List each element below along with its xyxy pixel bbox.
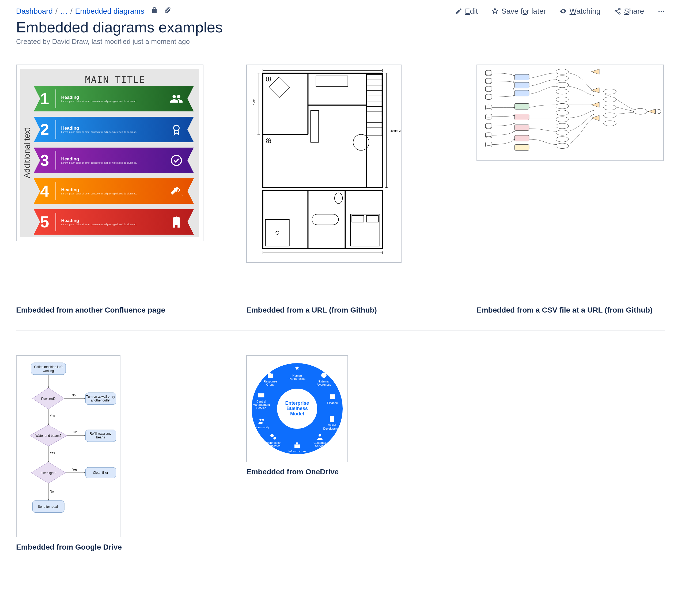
diagram-row: Additional text MAIN TITLE 1 HeadingLore… [16,65,665,263]
svg-rect-160 [258,393,264,397]
diagram-flowchart[interactable]: Coffee machine isn't working Powered? No… [16,355,121,537]
svg-point-94 [486,127,492,128]
diagram-donut[interactable]: Enterprise Business Model Human Partners… [246,355,348,462]
donut-seg: Finance [322,393,343,404]
fc-node: Powered? [41,397,56,401]
more-actions-button[interactable] [657,7,665,15]
svg-text:Height 2m: Height 2m [390,129,401,132]
svg-point-36 [269,139,271,141]
donut-seg: Response Group [260,371,281,386]
svg-marker-126 [591,88,599,93]
svg-rect-155 [296,442,298,445]
donut-seg: Central Management Service [251,391,272,410]
svg-point-33 [266,79,269,81]
svg-rect-27 [316,76,348,87]
donut-center-line: Enterprise [285,401,309,406]
svg-point-42 [276,231,279,235]
diagram-infographic[interactable]: Additional text MAIN TITLE 1 HeadingLore… [16,65,203,241]
diagram-floorplan[interactable]: Height 2m 4.2m [246,65,402,263]
infographic-row: 4 HeadingLorem ipsum dolor sit amet cons… [34,178,194,204]
page-actions: Edit Save for later Watching Share [455,7,665,16]
svg-rect-45 [367,216,379,222]
row-heading: Heading [61,95,165,100]
row-body: Lorem ipsum dolor sit amet consectetur a… [61,100,165,103]
diagram-caption: Embedded from a URL (from Github) [246,306,434,315]
donut-seg: External Awareness [313,371,335,386]
infographic-row: 5 HeadingLorem ipsum dolor sit amet cons… [34,209,194,235]
svg-point-6 [174,125,179,131]
svg-point-99 [486,136,492,138]
ribbon-icon [170,123,183,136]
row-number: 4 [34,182,56,200]
row-heading: Heading [61,156,165,162]
watching-button[interactable]: Watching [559,7,601,16]
breadcrumb-ellipsis[interactable]: … [60,7,68,16]
fc-label: No [73,430,78,434]
diagram-row: Coffee machine isn't working Powered? No… [16,355,665,551]
diagram-caption: Embedded from Google Drive [16,543,203,551]
svg-point-120 [556,117,569,122]
infographic-title: MAIN TITLE [34,70,197,86]
section-divider [16,330,665,331]
svg-rect-106 [514,82,529,88]
fc-node: Filter light? [41,471,56,475]
svg-rect-112 [514,145,529,150]
svg-point-31 [266,77,269,79]
svg-rect-8 [263,73,382,188]
breadcrumb-dashboard[interactable]: Dashboard [16,7,53,16]
svg-marker-135 [648,109,656,114]
attachment-icon[interactable] [163,6,171,16]
restrictions-icon[interactable] [151,6,158,16]
svg-point-4 [661,10,662,12]
svg-marker-127 [591,102,599,107]
svg-point-79 [486,98,492,100]
infographic-side-text: Additional text [20,69,34,237]
svg-point-114 [556,76,569,81]
svg-point-133 [604,121,616,126]
page-title: Embedded diagrams examples [16,19,665,36]
row-body: Lorem ipsum dolor sit amet consectetur a… [61,193,165,195]
svg-point-104 [486,146,492,147]
fc-start: Coffee machine isn't [34,365,63,369]
share-button[interactable]: Share [614,7,644,16]
svg-point-37 [266,141,269,143]
edit-label: Edit [465,7,478,16]
svg-text:Turn on at wall or try: Turn on at wall or try [86,395,115,398]
fc-label: No [72,393,76,397]
svg-point-7 [171,155,181,166]
donut-center-line: Business [286,406,308,411]
diagram-cell: Coffee machine isn't working Powered? No… [16,355,203,551]
svg-point-35 [266,139,269,141]
svg-rect-109 [514,114,529,120]
svg-point-116 [556,89,569,94]
diagram-caption: Embedded from OneDrive [246,468,434,476]
diagram-dataflow[interactable] [477,65,664,161]
svg-point-134 [633,108,647,114]
svg-marker-125 [591,69,599,74]
row-number: 2 [34,120,56,139]
svg-rect-151 [330,394,335,399]
svg-rect-43 [350,214,380,246]
breadcrumb-sep: / [70,7,73,16]
svg-rect-105 [514,74,529,80]
svg-point-3 [658,10,660,12]
donut-center-line: Model [290,411,304,417]
svg-text:working: working [43,369,54,373]
svg-point-159 [262,419,264,421]
breadcrumb: Dashboard / … / Embedded diagrams [16,6,171,16]
infographic-row: 3 HeadingLorem ipsum dolor sit amet cons… [34,148,194,173]
fc-node: Clean filter [93,471,108,475]
svg-point-156 [270,434,274,437]
edit-button[interactable]: Edit [455,7,478,16]
svg-point-38 [269,141,271,143]
fc-node: Send for repair [38,505,59,509]
infographic-row: 2 HeadingLorem ipsum dolor sit amet cons… [34,117,194,142]
svg-rect-108 [514,103,529,109]
svg-text:beans: beans [96,436,105,439]
donut-seg: Infrastructure [286,441,308,453]
diagram-caption: Embedded from another Confluence page [16,306,203,315]
breadcrumb-current[interactable]: Embedded diagrams [75,7,144,16]
page-header: Dashboard / … / Embedded diagrams Edit S… [16,6,665,16]
save-for-later-button[interactable]: Save for later [491,7,546,16]
svg-point-32 [269,77,271,79]
